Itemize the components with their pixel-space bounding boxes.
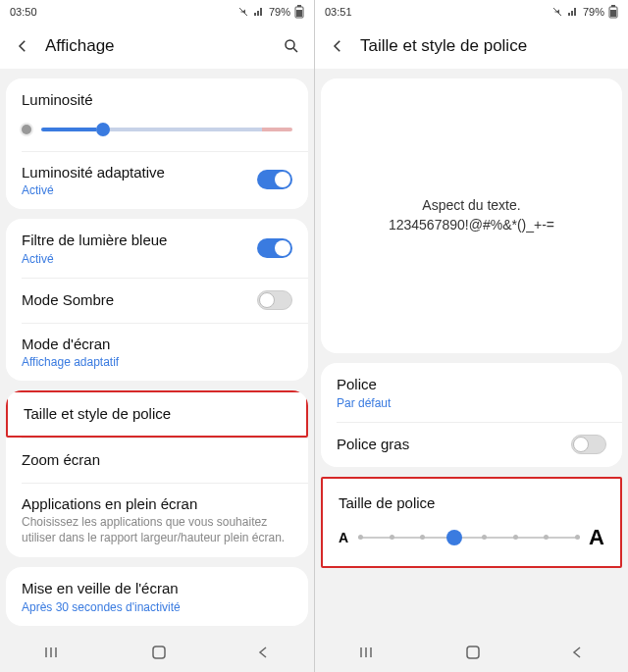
sleep-sub: Après 30 secondes d'inactivité [22,600,292,614]
font-group: Taille et style de police Zoom écran App… [6,390,308,557]
font-row[interactable]: Police Par défaut [321,363,622,422]
font-sub: Par défaut [337,396,606,410]
adaptive-toggle[interactable] [257,170,292,189]
signal-icon [253,6,265,18]
fontstyle-row[interactable]: Taille et style de police [6,390,308,438]
status-bar: 03:51 79% [315,0,628,24]
signal-icon [567,6,579,18]
page-title: Taille et style de police [360,36,614,56]
fullscreen-row[interactable]: Applications en plein écran Choisissez l… [6,483,308,558]
bluelight-title: Filtre de lumière bleue [22,231,257,250]
svg-line-10 [553,8,561,16]
battery-icon [608,5,618,19]
nav-recent-icon[interactable] [358,645,378,660]
status-right: 79% [237,5,304,19]
phone-left: 03:50 79% Affichage Luminosité [0,0,314,672]
status-time: 03:51 [325,6,352,18]
fullscreen-title: Applications en plein écran [22,494,292,514]
status-right: 79% [551,5,618,19]
brightness-group: Luminosité Luminosité adaptative Activé [6,78,308,209]
svg-rect-13 [610,10,616,17]
font-size-slider[interactable]: A A [339,525,604,550]
content-scroll[interactable]: Luminosité Luminosité adaptative Activé [0,69,314,633]
bold-row[interactable]: Police gras [321,422,622,467]
svg-point-4 [286,40,294,49]
brightness-title: Luminosité [22,90,292,110]
darkmode-title: Mode Sombre [22,290,257,310]
svg-line-0 [239,8,247,16]
darkmode-toggle[interactable] [257,290,292,310]
auto-brightness-icon [22,125,31,134]
battery-icon [294,5,304,19]
svg-rect-12 [611,5,615,7]
back-icon[interactable] [14,37,31,55]
zoom-row[interactable]: Zoom écran [6,438,308,483]
screenmode-sub: Affichage adaptatif [22,355,292,369]
preview-line1: Aspect du texte. [422,196,520,216]
content-scroll[interactable]: Aspect du texte. 1234567890!@#%&*()_+-= … [315,69,628,633]
bluelight-toggle[interactable] [257,238,292,258]
brightness-thumb[interactable] [96,123,110,136]
status-time: 03:50 [10,6,37,18]
battery-text: 79% [583,6,604,18]
fullscreen-desc: Choisissez les applications que vous sou… [22,515,292,545]
bold-title: Police gras [337,435,571,454]
font-track[interactable] [358,537,579,539]
svg-rect-3 [296,10,302,17]
bluelight-row[interactable]: Filtre de lumière bleue Activé [6,219,308,278]
brightness-row[interactable]: Luminosité [6,78,308,151]
adaptive-sub: Activé [22,183,257,197]
nav-back-icon[interactable] [255,645,271,660]
bluelight-sub: Activé [22,252,257,266]
search-icon[interactable] [283,37,300,55]
svg-rect-2 [297,5,301,7]
status-bar: 03:50 79% [0,0,314,24]
font-size-thumb[interactable] [446,530,462,545]
font-small-icon: A [339,530,348,545]
svg-rect-9 [153,646,165,658]
darkmode-row[interactable]: Mode Sombre [6,278,308,323]
font-size-title: Taille de police [339,494,604,511]
mute-icon [237,6,249,18]
page-header: Affichage [0,24,314,69]
font-large-icon: A [589,525,604,550]
page-header: Taille et style de police [315,24,628,69]
bold-toggle[interactable] [571,435,606,454]
sleep-group: Mise en veille de l'écran Après 30 secon… [6,567,308,626]
display-group: Filtre de lumière bleue Activé Mode Somb… [6,219,308,381]
svg-line-5 [293,48,297,52]
nav-back-icon[interactable] [569,645,585,660]
sleep-title: Mise en veille de l'écran [22,579,292,598]
font-title: Police [337,375,606,394]
back-icon[interactable] [329,37,346,55]
nav-home-icon[interactable] [464,644,482,661]
battery-text: 79% [269,6,290,18]
sleep-row[interactable]: Mise en veille de l'écran Après 30 secon… [6,567,308,626]
preview-line2: 1234567890!@#%&*()_+-= [389,216,554,235]
font-size-section: Taille de police A A [323,479,620,566]
font-preview-card: Aspect du texte. 1234567890!@#%&*()_+-= [321,78,622,353]
nav-recent-icon[interactable] [43,645,63,660]
phone-right: 03:51 79% Taille et style de police Aspe… [314,0,628,672]
fontstyle-title: Taille et style de police [24,404,171,424]
brightness-slider[interactable] [41,128,292,131]
zoom-title: Zoom écran [22,450,100,470]
page-title: Affichage [45,36,269,56]
font-size-group: Taille de police A A [321,477,622,568]
mute-icon [551,6,563,18]
nav-home-icon[interactable] [150,644,168,661]
font-options-group: Police Par défaut Police gras [321,363,622,467]
screenmode-title: Mode d'écran [22,335,292,354]
nav-bar [0,633,314,672]
adaptive-title: Luminosité adaptative [22,163,257,182]
adaptive-brightness-row[interactable]: Luminosité adaptative Activé [6,151,308,210]
svg-rect-17 [467,646,479,658]
nav-bar [315,633,628,672]
screenmode-row[interactable]: Mode d'écran Affichage adaptatif [6,323,308,382]
